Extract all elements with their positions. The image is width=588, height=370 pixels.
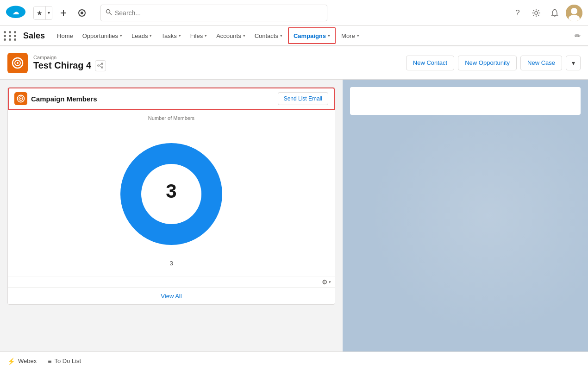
search-icon — [106, 9, 112, 17]
chevron-down-icon: ▾ — [243, 33, 245, 38]
user-avatar[interactable] — [566, 5, 582, 21]
actions-more-button[interactable]: ▾ — [566, 56, 581, 70]
sf-logo[interactable]: ☁ — [6, 2, 30, 24]
chart-area: Number of Members 3 3 — [8, 110, 335, 276]
donut-chart: 3 — [13, 125, 329, 263]
new-contact-button[interactable]: New Contact — [406, 56, 454, 70]
chevron-down-icon: ▾ — [120, 33, 122, 38]
svg-text:3: 3 — [166, 180, 176, 202]
svg-line-19 — [99, 65, 101, 67]
svg-point-8 — [535, 12, 538, 14]
notifications-button[interactable] — [547, 6, 562, 20]
chevron-down-icon: ▾ — [329, 280, 331, 284]
campaign-members-card: Campaign Members Send List Email Number … — [7, 87, 335, 305]
help-button[interactable]: ? — [510, 6, 525, 20]
chart-title: Number of Members — [13, 115, 329, 121]
chart-settings-button[interactable]: ⚙ ▾ — [322, 278, 331, 286]
chevron-down-icon: ▾ — [328, 33, 330, 38]
salesforce-ring-button[interactable] — [75, 6, 89, 20]
record-header: Campaign Test Chirag 4 New Contact New O… — [0, 46, 588, 80]
nav-contacts[interactable]: Contacts▾ — [250, 25, 287, 46]
new-case-button[interactable]: New Case — [520, 56, 562, 70]
send-list-email-button[interactable]: Send List Email — [278, 92, 328, 105]
webex-label: Webex — [18, 357, 37, 364]
svg-rect-15 — [98, 65, 99, 66]
favorites-chevron-button[interactable]: ▾ — [45, 6, 52, 19]
nav-leads[interactable]: Leads▾ — [127, 25, 156, 46]
campaign-members-icon — [14, 92, 27, 105]
settings-button[interactable] — [529, 6, 544, 20]
nav-edit-button[interactable]: ✏ — [571, 31, 584, 40]
record-hierarchy-button[interactable] — [95, 60, 106, 71]
new-opportunity-button[interactable]: New Opportunity — [458, 56, 517, 70]
svg-point-10 — [571, 8, 577, 14]
record-name-row: Test Chirag 4 — [33, 60, 406, 71]
chevron-down-icon: ▾ — [280, 33, 282, 38]
left-panel: Campaign Members Send List Email Number … — [0, 80, 343, 351]
nav-campaigns[interactable]: Campaigns ▾ — [288, 27, 336, 44]
svg-point-22 — [20, 98, 22, 100]
svg-rect-3 — [61, 13, 66, 13]
chevron-down-icon: ▾ — [205, 33, 207, 38]
svg-point-14 — [17, 62, 19, 64]
lightning-icon: ⚡ — [7, 357, 15, 365]
svg-rect-16 — [101, 63, 103, 64]
main-content: Campaign Members Send List Email Number … — [0, 80, 588, 351]
webex-button[interactable]: ⚡ Webex — [7, 357, 37, 365]
nav-accounts[interactable]: Accounts▾ — [212, 25, 250, 46]
app-name: Sales — [21, 31, 50, 41]
donut-label-below: 3 — [13, 260, 329, 267]
nav-bar: Sales Home Opportunities▾ Leads▾ Tasks▾ … — [0, 26, 588, 46]
view-all-row: View All — [8, 288, 335, 304]
right-panel — [343, 80, 588, 351]
chevron-down-icon: ▾ — [179, 33, 181, 38]
nav-files[interactable]: Files▾ — [186, 25, 212, 46]
favorites-dropdown[interactable]: ★ ▾ — [33, 6, 52, 20]
nav-opportunities[interactable]: Opportunities▾ — [78, 25, 127, 46]
header-actions: ? — [510, 5, 582, 21]
svg-rect-17 — [101, 67, 103, 68]
nav-home[interactable]: Home — [52, 25, 78, 46]
favorites-star-button[interactable]: ★ — [34, 6, 45, 19]
right-panel-content — [350, 87, 581, 115]
search-bar — [100, 5, 327, 21]
svg-text:☁: ☁ — [13, 8, 19, 16]
svg-line-7 — [110, 13, 112, 15]
todo-list-button[interactable]: ≡ To Do List — [48, 357, 81, 365]
svg-point-5 — [81, 12, 83, 14]
chevron-down-icon: ▾ — [150, 33, 152, 38]
chart-settings-row: ⚙ ▾ — [8, 276, 335, 288]
search-input[interactable] — [115, 9, 322, 17]
add-new-button[interactable] — [56, 6, 71, 20]
campaign-members-header: Campaign Members Send List Email — [8, 88, 335, 110]
top-header: ☁ ★ ▾ ? — [0, 0, 588, 26]
svg-line-18 — [99, 63, 101, 65]
footer: ⚡ Webex ≡ To Do List — [0, 351, 588, 370]
chevron-down-icon: ▾ — [357, 33, 359, 38]
record-actions: New Contact New Opportunity New Case ▾ — [406, 56, 581, 70]
nav-more[interactable]: More▾ — [337, 25, 364, 46]
gear-icon: ⚙ — [322, 278, 328, 286]
todo-label: To Do List — [54, 357, 81, 364]
app-launcher-button[interactable] — [4, 31, 18, 41]
record-info: Campaign Test Chirag 4 — [33, 55, 406, 71]
view-all-link[interactable]: View All — [161, 293, 181, 300]
card-title: Campaign Members — [31, 95, 97, 103]
record-type-icon — [7, 53, 28, 73]
card-actions: Send List Email — [278, 92, 328, 105]
list-icon: ≡ — [48, 357, 51, 365]
record-name: Test Chirag 4 — [33, 60, 91, 71]
record-type-label: Campaign — [33, 55, 406, 60]
nav-tasks[interactable]: Tasks▾ — [156, 25, 185, 46]
